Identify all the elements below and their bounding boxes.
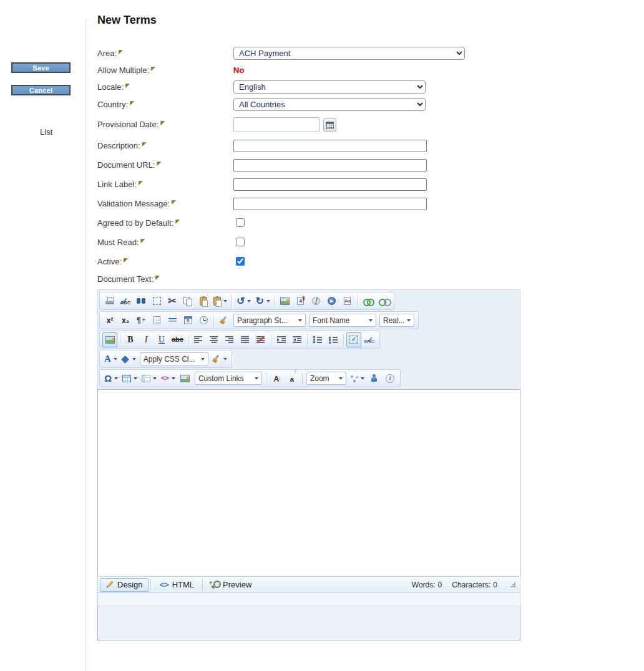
country-select[interactable]: All Countries [233,98,426,111]
underline-button[interactable]: U [154,332,169,347]
superscript-button[interactable]: x² [102,313,117,328]
list-link[interactable]: List [40,127,52,137]
about-button[interactable]: i [383,371,398,386]
italic-button[interactable]: I [139,332,154,347]
toolbar-separator [266,372,266,385]
toolbar-separator [275,295,275,307]
insert-form-button[interactable] [149,313,164,328]
chevron-down-icon [172,377,175,380]
preview-tab[interactable]: +Preview [205,578,258,592]
allow-multiple-value: No [233,65,244,75]
superscript-icon: x² [107,317,114,324]
find-replace-button[interactable] [134,294,149,309]
zoom-dropdown[interactable]: Zoom [306,372,346,385]
insert-table-button[interactable] [120,371,139,386]
document-url-input[interactable] [233,159,427,171]
align-left-icon [194,336,202,343]
paste-options-button[interactable] [212,294,229,309]
chevron-down-icon [114,358,117,360]
apply-css-class-dropdown[interactable]: Apply CSS Cl... [140,352,208,365]
undo-button[interactable]: ↺ [235,294,253,309]
link-manager-button[interactable] [361,294,376,309]
modules-button[interactable] [348,371,366,386]
image-map-icon [180,375,190,382]
strikethrough-button[interactable]: abc [170,332,185,347]
remove-alignment-button[interactable] [253,332,268,347]
custom-links-dropdown[interactable]: Custom Links [195,372,262,385]
must-read-checkbox[interactable] [236,238,245,246]
format-painter-button[interactable] [210,352,229,367]
horizontal-rule-button[interactable] [165,313,180,328]
table-properties-button[interactable] [140,371,159,386]
to-lowercase-button[interactable]: A↓ [269,371,284,386]
bold-button[interactable]: B [123,332,138,347]
format-stripper-icon [220,316,228,324]
design-tab[interactable]: Design [100,578,149,592]
justify-button[interactable] [238,332,253,347]
insert-date-button[interactable]: 5 [180,313,195,328]
copy-button[interactable] [180,294,195,309]
paste-button[interactable] [196,294,211,309]
media-manager-button[interactable]: ▶ [324,294,339,309]
chevron-down-icon [153,377,157,380]
calendar-icon [326,122,334,129]
format-painter-icon [212,355,221,363]
underline-icon: U [159,336,165,344]
save-button[interactable]: Save [11,62,71,73]
format-stripper-button[interactable] [217,313,232,328]
to-uppercase-button[interactable]: a↑ [285,371,300,386]
editor-bottom-panel [97,606,520,640]
active-checkbox[interactable] [236,257,245,266]
xhtml-validator-button[interactable]: W3C✓ [362,332,377,347]
code-snippet-icon: <> [161,375,169,382]
html-tab[interactable]: <>HTML [153,578,200,592]
paragraph-style-dropdown[interactable]: Paragraph St... [233,314,306,327]
insert-paragraph-button[interactable]: ¶+ [134,313,149,328]
code-snippet-button[interactable]: <> [159,371,177,386]
image-map-button[interactable] [178,371,193,386]
calendar-picker-button[interactable] [323,118,336,132]
template-manager-button[interactable]: Aa [340,294,355,309]
insert-symbol-button[interactable]: Ω [102,371,120,386]
provisional-date-input[interactable] [233,117,320,132]
cut-button[interactable]: ✂ [165,294,180,309]
numbered-list-button[interactable] [310,332,325,347]
link-label-input[interactable] [233,178,427,191]
locale-select[interactable]: English [233,80,426,94]
subscript-button[interactable]: x₂ [118,313,133,328]
bullet-list-button[interactable] [326,332,341,347]
absolute-position-button[interactable] [102,332,117,347]
unlink-button[interactable] [376,294,391,309]
select-all-button[interactable] [149,294,164,309]
align-right-button[interactable] [222,332,237,347]
image-manager-button[interactable] [278,294,293,309]
flash-manager-button[interactable]: ƒ [309,294,324,309]
editor-content-area[interactable] [97,389,520,576]
strikethrough-icon: abc [172,336,183,343]
justify-icon [241,336,249,343]
font-name-dropdown[interactable]: Font Name [309,314,376,327]
align-right-icon [225,336,233,343]
indent-button[interactable] [274,332,289,347]
redo-button[interactable]: ↻ [253,294,271,309]
cancel-button[interactable]: Cancel [11,85,71,95]
foreground-color-button[interactable]: A [102,352,119,367]
font-size-dropdown[interactable]: Real... [379,314,414,327]
background-color-button[interactable] [120,352,138,367]
agreed-default-label: Agreed to by Default:◤ [97,218,180,228]
help-button[interactable] [367,371,382,386]
show-borders-button[interactable]: ✓ [346,332,361,347]
area-select[interactable]: ACH Payment [233,47,465,60]
insert-time-button[interactable] [196,313,211,328]
resize-grip[interactable] [510,582,516,588]
description-input[interactable] [233,140,427,152]
provisional-date-label: Provisional Date:◤ [97,120,165,129]
outdent-button[interactable] [290,332,305,347]
document-manager-button[interactable]: A [293,294,308,309]
print-button[interactable] [102,294,117,309]
agreed-default-checkbox[interactable] [236,218,245,227]
align-left-button[interactable] [191,332,206,347]
validation-message-input[interactable] [233,198,427,210]
spellcheck-button[interactable]: ABC✓ [118,294,133,309]
align-center-button[interactable] [207,332,222,347]
